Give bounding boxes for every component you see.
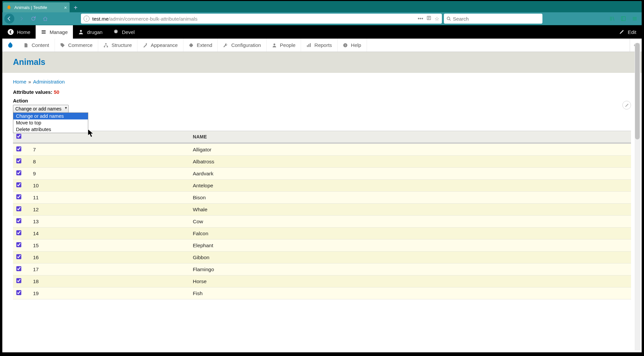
admin-menu-appearance[interactable]: Appearance (138, 39, 183, 52)
svg-rect-2 (621, 17, 625, 21)
toolbar-devel-label: Devel (122, 29, 135, 35)
site-info-icon[interactable]: i (84, 16, 90, 22)
row-name: Falcon (189, 228, 631, 240)
content-area: Animals Home»Administration Attribute va… (2, 52, 642, 352)
row-name: Fish (189, 287, 631, 299)
reader-mode-icon[interactable] (427, 16, 431, 22)
toolbar-home[interactable]: Home (2, 25, 36, 39)
pencil-icon (619, 29, 624, 35)
toolbar-edit[interactable]: Edit (614, 25, 642, 39)
browser-tab[interactable]: Animals | TestMe × (3, 2, 70, 12)
table-row: 8Albatross (13, 156, 631, 168)
menu-icon[interactable] (630, 14, 640, 24)
action-select[interactable]: Change or add names (13, 105, 69, 113)
breadcrumb: Home»Administration (13, 79, 631, 85)
nav-forward-button[interactable] (16, 14, 26, 24)
row-id: 11 (30, 192, 189, 204)
breadcrumb-admin[interactable]: Administration (33, 79, 65, 85)
admin-menu-structure[interactable]: Structure (98, 39, 138, 52)
svg-rect-11 (310, 43, 311, 47)
row-id: 7 (30, 143, 189, 156)
search-bar[interactable] (444, 14, 542, 24)
search-input[interactable] (453, 16, 540, 22)
row-name: Antelope (189, 180, 631, 192)
page-actions-icon[interactable]: ••• (418, 16, 423, 22)
bookmark-star-icon[interactable]: ☆ (435, 16, 439, 22)
table-row: 10Antelope (13, 180, 631, 192)
action-dropdown: Change or add names Move to top Delete a… (13, 112, 88, 133)
row-checkbox[interactable] (16, 170, 21, 175)
row-id: 10 (30, 180, 189, 192)
row-name: Horse (189, 275, 631, 287)
admin-menu-commerce[interactable]: Commerce (55, 39, 98, 52)
table-header-name[interactable]: NAME (189, 131, 631, 143)
row-checkbox[interactable] (16, 194, 21, 199)
row-checkbox[interactable] (16, 266, 21, 271)
drupal-favicon-icon (6, 5, 12, 10)
library-icon[interactable] (607, 14, 617, 24)
url-bar[interactable]: i test.me/admin/commerce-bulk-attribute/… (81, 14, 442, 24)
nav-back-button[interactable] (4, 14, 14, 24)
admin-menu-people[interactable]: People (267, 39, 301, 52)
row-checkbox[interactable] (16, 218, 21, 223)
admin-menu-help[interactable]: ?Help (338, 39, 367, 52)
action-option-delete[interactable]: Delete attributes (13, 126, 88, 133)
new-tab-button[interactable]: + (71, 3, 80, 12)
tag-icon (60, 43, 66, 48)
select-all-checkbox[interactable] (16, 134, 21, 139)
toolbar-manage-label: Manage (50, 29, 68, 35)
search-icon (447, 16, 451, 21)
admin-menu-configuration[interactable]: Configuration (218, 39, 266, 52)
action-option-move-top[interactable]: Move to top (13, 119, 88, 126)
row-name: Bison (189, 192, 631, 204)
row-checkbox[interactable] (16, 254, 21, 259)
people-icon (272, 43, 277, 48)
drupal-logo-icon[interactable] (2, 39, 18, 52)
reload-button[interactable] (28, 14, 38, 24)
home-button[interactable] (40, 14, 50, 24)
scrollbar-thumb[interactable] (635, 43, 640, 139)
table-row: 12Whale (13, 204, 631, 216)
table-row: 15Elephant (13, 240, 631, 252)
table-row: 7Alligator (13, 143, 631, 156)
row-checkbox[interactable] (16, 242, 21, 247)
row-checkbox[interactable] (16, 146, 21, 151)
user-icon (78, 29, 84, 35)
row-checkbox[interactable] (16, 158, 21, 163)
sidebar-icon[interactable] (618, 14, 628, 24)
table-row: 13Cow (13, 216, 631, 228)
row-checkbox[interactable] (16, 278, 21, 283)
table-row: 16Gibbon (13, 252, 631, 264)
row-name: Cow (189, 216, 631, 228)
row-id: 16 (30, 252, 189, 264)
row-checkbox[interactable] (16, 290, 21, 295)
close-tab-icon[interactable]: × (64, 5, 67, 10)
action-option-change-names[interactable]: Change or add names (13, 113, 88, 119)
toolbar-user[interactable]: drugan (73, 25, 108, 39)
admin-menu-reports[interactable]: Reports (301, 39, 338, 52)
svg-rect-10 (308, 44, 309, 47)
row-checkbox[interactable] (16, 230, 21, 235)
svg-point-3 (80, 30, 82, 32)
wand-icon (143, 43, 148, 48)
attribute-values-label: Attribute values: 50 (13, 89, 631, 95)
row-id: 14 (30, 228, 189, 240)
row-name: Gibbon (189, 252, 631, 264)
file-icon (24, 43, 29, 48)
structure-icon (104, 43, 109, 48)
table-row: 11Bison (13, 192, 631, 204)
breadcrumb-home[interactable]: Home (13, 79, 26, 85)
chevron-left-icon (8, 29, 14, 35)
row-checkbox[interactable] (16, 182, 21, 187)
svg-point-1 (447, 17, 450, 20)
toolbar-devel[interactable]: Devel (108, 25, 140, 39)
row-checkbox[interactable] (16, 206, 21, 211)
admin-menu-content[interactable]: Content (18, 39, 55, 52)
contextual-edit-button[interactable] (622, 101, 631, 109)
admin-menu-extend[interactable]: Extend (183, 39, 218, 52)
table-row: 19Fish (13, 287, 631, 299)
row-name: Elephant (189, 240, 631, 252)
toolbar-manage[interactable]: Manage (36, 25, 73, 39)
toolbar-user-label: drugan (87, 29, 103, 35)
page-title: Animals (13, 53, 631, 67)
